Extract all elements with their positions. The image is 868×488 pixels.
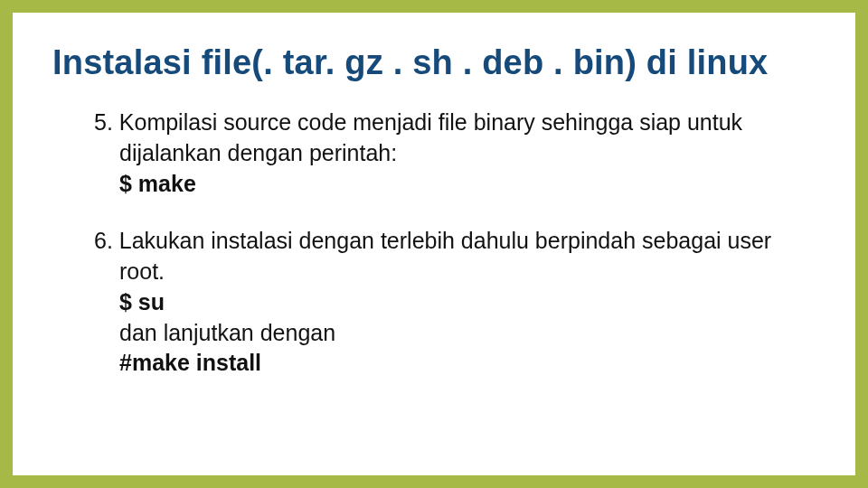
item-command: #make install	[119, 350, 261, 375]
slide-title: Instalasi file(. tar. gz . sh . deb . bi…	[52, 43, 816, 82]
item-text: Lakukan instalasi dengan terlebih dahulu…	[119, 228, 771, 284]
item-text: Kompilasi source code menjadi file binar…	[119, 109, 742, 165]
item-command: $ su	[119, 289, 165, 314]
list-item: 6. Lakukan instalasi dengan terlebih dah…	[52, 226, 816, 379]
item-text: dan lanjutkan dengan	[119, 320, 335, 345]
slide: Instalasi file(. tar. gz . sh . deb . bi…	[13, 13, 855, 475]
list-item: 5. Kompilasi source code menjadi file bi…	[52, 108, 816, 199]
item-command: $ make	[119, 171, 196, 196]
item-number: 5.	[94, 109, 113, 135]
item-number: 6.	[94, 228, 113, 253]
